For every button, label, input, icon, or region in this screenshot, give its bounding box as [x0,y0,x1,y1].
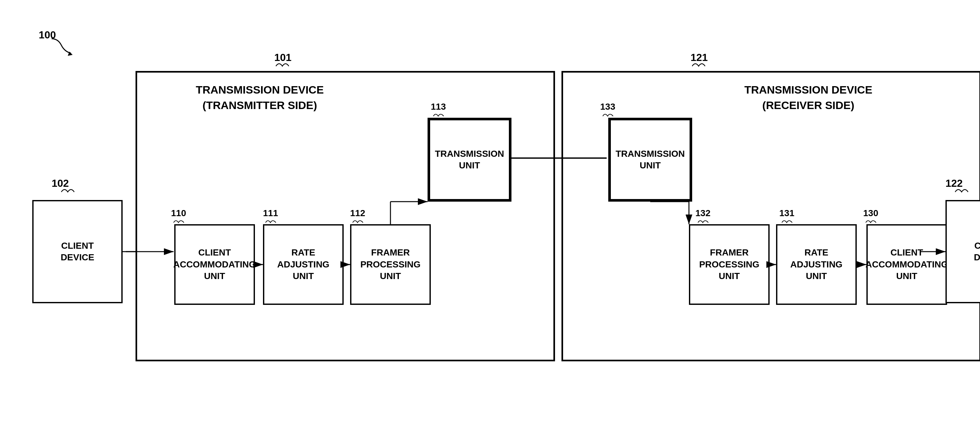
global-connection [19,19,980,426]
diagram-container: 100 102 CLIENTDEVICE 101 TRANSMISSION DE… [19,19,968,426]
